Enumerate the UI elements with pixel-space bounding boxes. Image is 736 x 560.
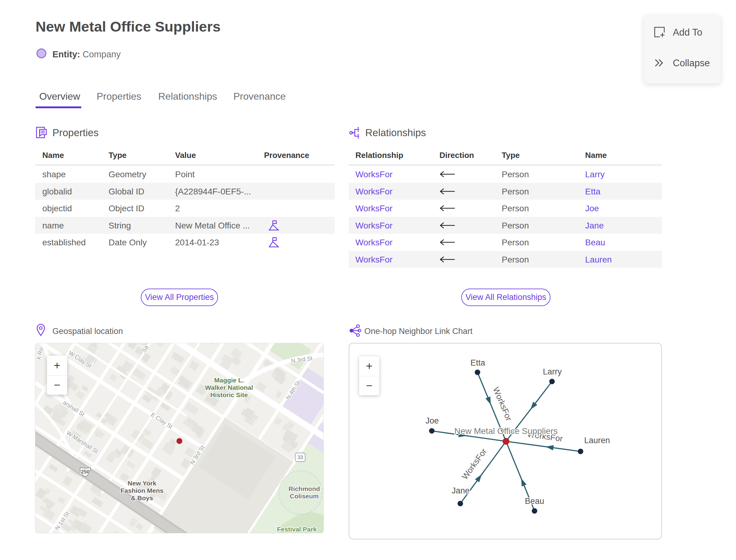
svg-text:WorksFor: WorksFor	[460, 447, 489, 481]
svg-text:250: 250	[81, 469, 90, 475]
svg-text:Festival Park: Festival Park	[277, 526, 317, 533]
svg-text:Coliseum: Coliseum	[290, 493, 319, 500]
svg-text:Maggie L.: Maggie L.	[214, 377, 244, 384]
svg-text:Fashion Mens: Fashion Mens	[121, 487, 163, 494]
svg-text:Larry: Larry	[543, 367, 562, 376]
svg-text:Jane: Jane	[452, 486, 470, 495]
svg-text:Lauren: Lauren	[584, 436, 610, 445]
svg-text:33: 33	[297, 455, 303, 460]
svg-text:Etta: Etta	[470, 358, 485, 367]
svg-text:WorksFor: WorksFor	[491, 386, 514, 422]
svg-text:Walker National: Walker National	[205, 384, 253, 391]
svg-text:New York: New York	[128, 480, 156, 487]
svg-text:New Metal Office Suppliers: New Metal Office Suppliers	[454, 426, 558, 436]
svg-text:Beau: Beau	[525, 497, 544, 506]
svg-text:Joe: Joe	[425, 416, 439, 425]
svg-text:& Boys: & Boys	[131, 494, 153, 501]
svg-text:Historic Site: Historic Site	[210, 391, 248, 398]
svg-text:Richmond: Richmond	[289, 485, 320, 492]
